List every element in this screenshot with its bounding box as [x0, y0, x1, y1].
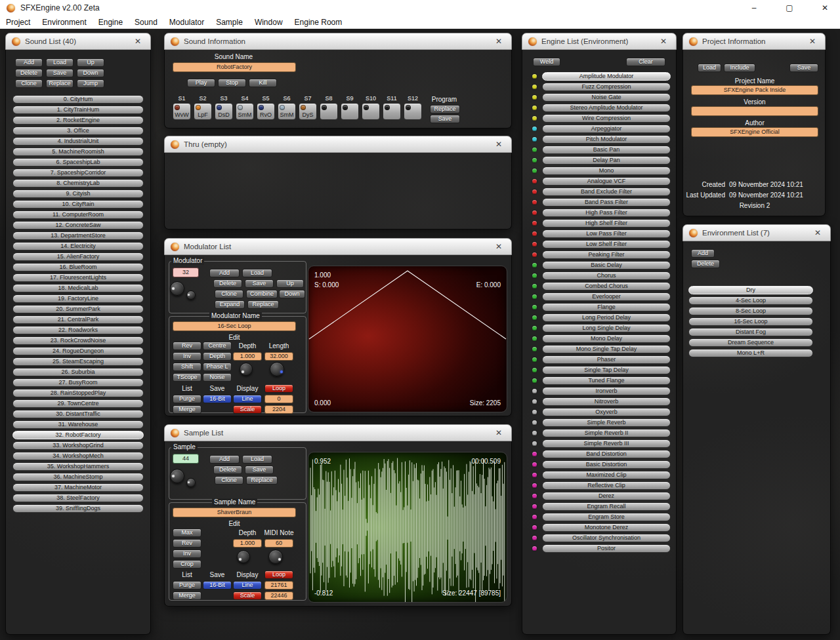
modulator-up-button[interactable]: Up [276, 279, 304, 288]
engine-list-item[interactable]: Delay Pan [528, 156, 671, 165]
modulator-16bit-button[interactable]: 16-Bit [203, 395, 232, 403]
engine-list-item[interactable]: Oscillator Synchronisation [528, 534, 671, 542]
modulator-display[interactable]: 1.000 S: 0.000 E: 0.000 0.000 Size: 2205 [308, 266, 507, 412]
weld-button[interactable]: Weld [533, 58, 560, 66]
clear-button[interactable]: Clear [626, 58, 665, 66]
engine-list-item[interactable]: Analogue VCF [528, 177, 671, 186]
modulator-length-knob[interactable] [270, 362, 284, 376]
engine-list-item[interactable]: Band Pass Filter [528, 198, 671, 207]
engine-list-item[interactable]: High Shelf Filter [528, 219, 671, 228]
sound-list-button[interactable]: Load [46, 58, 74, 67]
thru-titlebar[interactable]: Thru (empty) ✕ [164, 136, 512, 153]
transport-button[interactable]: Play [187, 79, 215, 87]
project-include-button[interactable]: Include [724, 64, 755, 72]
sample-replace-button[interactable]: Replace [246, 476, 278, 485]
modulator-clone-button[interactable]: Clone [215, 290, 243, 298]
sound-list-item[interactable]: 12. ConcreteSaw [12, 221, 144, 230]
modulator-load-button[interactable]: Load [242, 269, 272, 277]
engine-list-item[interactable]: Wire Compression [528, 114, 671, 123]
sample-crop-button[interactable]: Crop [173, 560, 201, 569]
sound-list-item[interactable]: 0. CityHum [12, 95, 144, 104]
modulator-loop-button[interactable]: Loop [264, 384, 293, 393]
sound-list-item[interactable]: 27. BusyRoom [12, 378, 144, 387]
modulator-depth-button[interactable]: Depth [203, 352, 232, 361]
engine-list-item[interactable]: Derez [528, 492, 671, 500]
close-icon[interactable]: ✕ [492, 428, 505, 438]
author-field[interactable]: SFXEngine Official [691, 127, 818, 137]
slot-box[interactable] [383, 103, 401, 120]
sound-list-item[interactable]: 23. RockCrowdNoise [12, 336, 144, 345]
sample-index-field[interactable]: 44 [173, 454, 199, 464]
slot-box[interactable]: RvO [257, 103, 275, 120]
sound-list-item[interactable]: 13. DepartmentStore [12, 231, 144, 240]
minimize-icon[interactable]: – [739, 0, 769, 16]
sound-list-item[interactable]: 18. MedicalLab [12, 284, 144, 292]
sample-depth-field[interactable]: 1.000 [233, 539, 262, 548]
modulator-knob-1[interactable] [170, 281, 184, 296]
menu-item[interactable]: Modulator [163, 18, 210, 27]
project-load-button[interactable]: Load [698, 64, 721, 72]
environment-add-button[interactable]: Add [691, 249, 715, 258]
sound-list-item[interactable]: 30. DistantTraffic [12, 410, 144, 418]
engine-list-item[interactable]: Basic Delay [528, 261, 671, 270]
sound-list-button[interactable]: Delete [15, 69, 43, 77]
sample-load-button[interactable]: Load [242, 455, 272, 464]
modulator-loop-start-field[interactable]: 0 [264, 395, 293, 403]
close-icon[interactable]: ✕ [492, 139, 505, 150]
environment-list-titlebar[interactable]: Environment List (7) ✕ [682, 224, 831, 241]
sample-depth-knob[interactable] [237, 550, 250, 563]
sound-list-button[interactable]: Down [77, 69, 104, 77]
close-icon[interactable]: ✕ [811, 228, 824, 238]
slot-box[interactable]: DyS [299, 103, 317, 120]
menu-item[interactable]: Engine Room [289, 18, 348, 27]
modulator-expand-button[interactable]: Expand [215, 300, 245, 309]
modulator-combine-button[interactable]: Combine [246, 290, 278, 298]
engine-list-item[interactable]: Fuzz Compression [528, 83, 671, 91]
sample-titlebar[interactable]: Sample List ✕ [164, 424, 512, 441]
modulator-replace-button[interactable]: Replace [247, 300, 279, 309]
sample-name-field[interactable]: ShaverBraun [173, 508, 296, 517]
sound-list-button[interactable]: Add [15, 58, 43, 67]
menu-item[interactable]: Window [249, 18, 289, 27]
engine-list-item[interactable]: Maximized Clip [528, 471, 671, 479]
sound-list-button[interactable]: Replace [46, 79, 74, 88]
slot-box[interactable] [404, 103, 422, 120]
sample-scale-button[interactable]: Scale [233, 591, 262, 600]
engine-list-item[interactable]: Band Distortion [528, 450, 671, 458]
close-icon[interactable]: ✕ [657, 36, 670, 47]
engine-list-item[interactable]: Low Shelf Filter [528, 240, 671, 249]
close-icon[interactable]: ✕ [492, 241, 505, 252]
engine-list-item[interactable]: Long Single Delay [528, 324, 671, 332]
sound-list-item[interactable]: 31. Warehouse [12, 420, 144, 429]
sound-list-item[interactable]: 15. AlienFactory [12, 252, 144, 261]
sample-purge-button[interactable]: Purge [173, 581, 201, 590]
modulator-titlebar[interactable]: Modulator List ✕ [164, 238, 512, 255]
close-icon[interactable]: ✕ [806, 36, 819, 47]
sound-list-item[interactable]: 11. ComputerRoom [12, 210, 144, 219]
engine-list-item[interactable]: Mono [528, 167, 671, 175]
sound-list-item[interactable]: 1. CityTrainHum [12, 106, 144, 114]
sound-list-item[interactable]: 22. Roadworks [12, 326, 144, 334]
sound-list-item[interactable]: 10. CityRain [12, 200, 144, 209]
sound-list-item[interactable]: 8. ChemistryLab [12, 179, 144, 188]
modulator-index-field[interactable]: 32 [173, 268, 199, 277]
slot-box[interactable]: WvW [173, 103, 191, 120]
environment-list-item[interactable]: Dream Sequence [688, 338, 813, 347]
engine-list-item[interactable]: Oxyverb [528, 408, 671, 416]
engine-list-item[interactable]: Tuned Flange [528, 376, 671, 385]
sound-list-item[interactable]: 33. WorkshopGrind [12, 441, 144, 450]
transport-button[interactable]: Kill [249, 79, 277, 87]
slot-box[interactable]: SmM [278, 103, 296, 120]
environment-list-item[interactable]: 16-Sec Loop [688, 317, 813, 326]
modulator-phase-button[interactable]: Phase L [203, 363, 232, 371]
sample-clone-button[interactable]: Clone [215, 476, 243, 485]
slot-box[interactable]: LpF [194, 103, 212, 120]
modulator-depth-field[interactable]: 1.000 [233, 352, 262, 361]
menu-item[interactable]: Engine [93, 18, 129, 27]
engine-list-item[interactable]: Engram Store [528, 513, 671, 521]
modulator-knob-2[interactable] [186, 290, 196, 300]
sound-list-item[interactable]: 20. SummerPark [12, 305, 144, 313]
engine-list-item[interactable]: Basic Distortion [528, 460, 671, 469]
slot-box[interactable] [341, 103, 359, 120]
sound-list-item[interactable]: 34. WorkshopMech [12, 452, 144, 460]
